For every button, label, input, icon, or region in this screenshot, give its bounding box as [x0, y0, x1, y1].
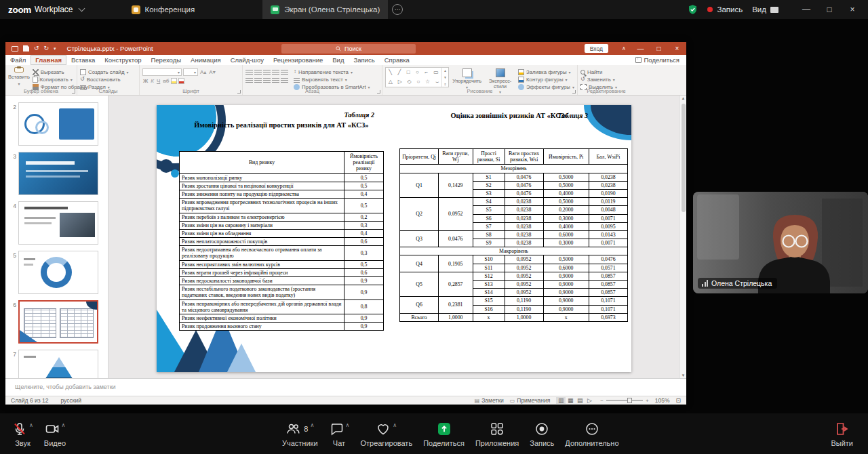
bold-icon[interactable]: Ж	[142, 78, 149, 84]
zoom-out-icon[interactable]: −	[600, 398, 604, 404]
slide-thumbnail-7[interactable]: 7	[8, 350, 104, 378]
slideshow-icon[interactable]: ▷	[585, 397, 594, 404]
shape-outline-button[interactable]: Контур фигуры▾	[518, 76, 574, 83]
ppt-minimize-button[interactable]: —	[631, 42, 650, 55]
font-color-icon[interactable]	[178, 78, 184, 84]
shape-fill-button[interactable]: Заливка фигуры▾	[518, 68, 574, 75]
ppt-tab-1[interactable]: Файл	[5, 55, 31, 65]
external-risk-table[interactable]: Пріоритети, QjВаги групи, WjПрості ризик…	[399, 148, 628, 322]
ppt-search-box[interactable]: Поиск	[281, 44, 416, 54]
vertical-scrollbar[interactable]: ▲ ▼	[679, 96, 686, 378]
scroll-up-icon[interactable]: ▲	[680, 96, 686, 100]
audio-button[interactable]: ∧ Звук	[7, 413, 39, 454]
replace-button[interactable]: ↺Заменить▾	[580, 76, 617, 83]
notes-area[interactable]: Щелкните, чтобы добавить заметки	[5, 378, 686, 396]
strikethrough-icon[interactable]: аб	[162, 78, 170, 84]
ppt-tab-5[interactable]: Переходы	[146, 55, 186, 65]
qat-customize-icon[interactable]: ▾	[54, 46, 56, 51]
slide-thumbnail-2[interactable]: 2	[8, 102, 104, 146]
ppt-share-button[interactable]: Поделиться	[635, 56, 686, 64]
ppt-tab-8[interactable]: Рецензирование	[269, 55, 328, 65]
normal-view-icon[interactable]: ▥	[556, 397, 566, 404]
ppt-tab-3[interactable]: Вставка	[66, 55, 100, 65]
dialog-launcher-icon[interactable]	[72, 90, 75, 94]
scroll-down-icon[interactable]: ▼	[680, 373, 686, 377]
share-screen-button[interactable]: Поделиться	[418, 413, 470, 454]
decrease-indent-icon[interactable]	[263, 69, 271, 75]
align-text-button[interactable]: Выровнять текст▾	[294, 76, 370, 83]
chevron-up-icon[interactable]: ∧	[29, 422, 33, 428]
security-shield-icon[interactable]	[688, 4, 698, 15]
language-indicator[interactable]: русский	[60, 397, 81, 404]
font-name-select[interactable]: ▾	[142, 68, 182, 76]
scrollbar-thumb[interactable]	[682, 104, 686, 212]
slide-canvas[interactable]: Таблиця 2 Ймовірність реалізації простих…	[157, 105, 631, 372]
ppt-tab-6[interactable]: Анимация	[186, 55, 226, 65]
ppt-close-button[interactable]: ×	[668, 42, 686, 55]
shapes-gallery[interactable]: ╲╱□○⌐▭ △▷◇○☆⌣ ▴▾≡	[385, 67, 449, 87]
chevron-up-icon[interactable]: ∧	[346, 422, 350, 428]
ppt-tab-9[interactable]: Вид	[328, 55, 349, 65]
font-size-select[interactable]: ▾	[183, 68, 198, 76]
save-icon[interactable]	[23, 45, 29, 51]
dialog-launcher-icon[interactable]	[237, 90, 241, 94]
ppt-tab-10[interactable]: Запись	[349, 55, 379, 65]
record-button[interactable]: Запись	[524, 413, 559, 454]
chevron-up-icon[interactable]: ∧	[62, 422, 66, 428]
align-center-icon[interactable]	[254, 77, 262, 83]
react-button[interactable]: ∧ Отреагировать	[355, 413, 418, 454]
reading-view-icon[interactable]: ▤	[575, 397, 585, 404]
risk-probability-table[interactable]: Вид ризику Ймовірність реалізації ризику…	[179, 151, 384, 331]
ppt-tab-2[interactable]: Главная	[31, 55, 66, 65]
signin-button[interactable]: Вход	[585, 44, 608, 53]
chat-button[interactable]: ∧ Чат	[323, 413, 355, 454]
participants-button[interactable]: 8 ∧ Участники	[277, 413, 323, 454]
view-button[interactable]: Вид	[752, 5, 778, 14]
tab-screen-share[interactable]: Экран (Олена Стрілецька)	[262, 0, 388, 19]
slide-thumbnail-panel[interactable]: 234567	[5, 96, 108, 378]
ribbon-options-icon[interactable]: ∧	[616, 45, 631, 51]
align-left-icon[interactable]	[245, 77, 253, 83]
zoom-in-icon[interactable]: +	[646, 398, 649, 404]
chevron-up-icon[interactable]: ∧	[310, 422, 314, 428]
notes-toggle[interactable]: ▤Заметки	[475, 397, 504, 404]
slide-thumbnail-5[interactable]: 5	[8, 251, 104, 294]
justify-icon[interactable]	[272, 77, 279, 83]
fit-slide-icon[interactable]: ⊡	[675, 397, 681, 404]
grow-font-icon[interactable]: А▴	[199, 69, 207, 75]
close-button[interactable]: ×	[841, 0, 864, 19]
apps-button[interactable]: Приложения	[470, 413, 524, 454]
slide-thumbnail-4[interactable]: 4	[8, 201, 104, 245]
maximize-button[interactable]: □	[818, 0, 841, 19]
dialog-launcher-icon[interactable]	[377, 90, 380, 94]
ppt-tab-4[interactable]: Конструктор	[100, 55, 146, 65]
bullets-icon[interactable]	[245, 69, 253, 75]
numbering-icon[interactable]	[254, 69, 262, 75]
arrange-button[interactable]: Упорядочить▾	[452, 67, 482, 89]
find-button[interactable]: Найти	[580, 68, 617, 75]
tab-meeting[interactable]: Конференция	[123, 0, 203, 19]
slide-thumbnail-6[interactable]: 6	[8, 300, 104, 344]
ppt-restore-button[interactable]: □	[650, 42, 668, 55]
video-button[interactable]: ∧ Видео	[39, 413, 71, 454]
ppt-tab-7[interactable]: Слайд-шоу	[226, 55, 269, 65]
zoom-percentage[interactable]: 105%	[655, 397, 670, 404]
ppt-tab-11[interactable]: Справка	[380, 55, 414, 65]
text-direction-button[interactable]: ↕Направление текста▾	[294, 68, 370, 75]
tab-more-button[interactable]: ⋯	[392, 4, 403, 15]
line-spacing-icon[interactable]	[281, 69, 288, 75]
more-button[interactable]: Дополнительно	[559, 413, 624, 454]
columns-icon[interactable]	[281, 77, 288, 83]
undo-icon[interactable]: ↺	[34, 45, 39, 51]
slide-thumbnail-3[interactable]: 3	[8, 152, 104, 195]
reset-slide-button[interactable]: ↺Восстановить	[80, 76, 129, 83]
minimize-button[interactable]: —	[795, 0, 818, 19]
dialog-launcher-icon[interactable]	[572, 90, 576, 94]
redo-icon[interactable]: ↻	[44, 45, 50, 51]
leave-button[interactable]: Выйти	[825, 413, 859, 454]
slide-sorter-icon[interactable]: ▦	[566, 397, 575, 404]
new-slide-button[interactable]: Создать слайд▾	[80, 68, 129, 75]
chevron-up-icon[interactable]: ∧	[393, 422, 397, 428]
shrink-font-icon[interactable]: А▾	[208, 69, 216, 75]
gallery-scroll[interactable]: ▴▾≡	[441, 68, 448, 87]
